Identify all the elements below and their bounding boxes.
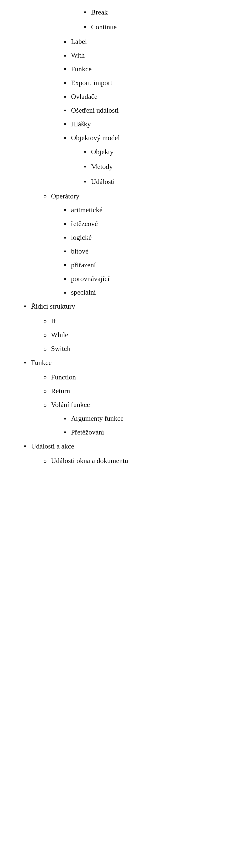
bullet-icon: • (80, 6, 90, 19)
bullet-icon: o (40, 331, 50, 339)
list-item-text: While (51, 331, 68, 339)
list-item: ▪Funkce (10, 62, 230, 76)
bullet-icon: ▪ (60, 218, 70, 229)
list-item: ▪Label (10, 35, 230, 48)
bullet-icon: o (40, 457, 50, 465)
list-item-text: Label (71, 38, 87, 45)
bullet-icon: • (20, 356, 30, 369)
list-item: •Události (10, 175, 230, 189)
list-item-text: Return (51, 387, 70, 395)
list-item: ▪Argumenty funkce (10, 411, 230, 425)
bullet-icon: ▪ (60, 119, 70, 130)
list-item: ▪Export, import (10, 76, 230, 90)
list-item: oOperátory (10, 189, 230, 203)
list-item-text: Ovladače (71, 93, 98, 100)
bullet-icon: ▪ (60, 287, 70, 298)
list-item: •Funkce (10, 355, 230, 370)
list-item-text: řetězcové (71, 220, 98, 227)
list-item-text: Metody (91, 163, 113, 171)
bullet-icon: ▪ (60, 413, 70, 424)
list-item-text: With (71, 52, 85, 59)
bullet-icon: ▪ (60, 205, 70, 216)
list-item: •Řídící struktury (10, 299, 230, 314)
list-item-text: Funkce (31, 359, 52, 366)
bullet-icon: ▪ (60, 78, 70, 89)
list-item: •Události a akce (10, 439, 230, 454)
bullet-icon: • (80, 176, 90, 188)
list-item: •Metody (10, 159, 230, 174)
list-item: •Break (10, 5, 230, 20)
bullet-icon: o (40, 344, 50, 353)
list-item: •Objekty (10, 145, 230, 159)
list-item: oVolání funkce (10, 398, 230, 411)
list-item-text: bitové (71, 247, 89, 255)
bullet-icon: • (80, 146, 90, 158)
list-item-text: Continue (91, 23, 117, 31)
bullet-icon: • (80, 160, 90, 173)
list-item: ▪Hlášky (10, 117, 230, 131)
bullet-icon: ▪ (60, 64, 70, 75)
bullet-icon: o (40, 400, 50, 409)
list-item-text: logické (71, 234, 92, 241)
list-item: oWhile (10, 328, 230, 342)
list-item-text: aritmetické (71, 206, 103, 214)
list-item-text: Objekty (91, 148, 113, 156)
bullet-icon: ▪ (60, 427, 70, 438)
bullet-icon: o (40, 387, 50, 396)
bullet-icon: o (40, 192, 50, 201)
list-item-text: Funkce (71, 65, 92, 73)
main-list: •Break•Continue▪Label▪With▪Funkce▪Export… (10, 5, 230, 468)
list-item: oUdálosti okna a dokumentu (10, 454, 230, 468)
bullet-icon: ▪ (60, 273, 70, 285)
bullet-icon: o (40, 317, 50, 326)
list-item: ▪Přetěžování (10, 425, 230, 439)
list-item-text: Události (91, 178, 115, 185)
list-item-text: Řídící struktury (31, 303, 75, 310)
bullet-icon: o (40, 373, 50, 382)
bullet-icon: ▪ (60, 132, 70, 144)
bullet-icon: ▪ (60, 36, 70, 48)
bullet-icon: ▪ (60, 50, 70, 61)
list-item: ▪logické (10, 230, 230, 244)
list-item-text: přiřazení (71, 261, 96, 269)
list-item: oIf (10, 314, 230, 328)
list-item-text: porovnávající (71, 275, 109, 283)
list-item-text: Switch (51, 345, 70, 352)
list-item-text: Operátory (51, 192, 79, 200)
list-item-text: Break (91, 8, 108, 16)
list-item: ▪speciální (10, 285, 230, 299)
list-item-text: Export, import (71, 79, 112, 87)
list-item: ▪With (10, 48, 230, 62)
bullet-icon: ▪ (60, 232, 70, 243)
list-item: oFunction (10, 370, 230, 384)
list-item-text: Objektový model (71, 134, 120, 142)
list-item-text: Přetěžování (71, 428, 104, 436)
list-item: ▪Objektový model (10, 131, 230, 145)
list-item: ▪řetězcové (10, 217, 230, 230)
bullet-icon: • (80, 21, 90, 34)
list-item: ▪přiřazení (10, 258, 230, 272)
list-item-text: If (51, 317, 56, 325)
list-item: oReturn (10, 384, 230, 398)
list-item-text: Události okna a dokumentu (51, 457, 128, 465)
list-item-text: Argumenty funkce (71, 414, 124, 422)
list-item: ▪bitové (10, 244, 230, 258)
list-item-text: Function (51, 373, 76, 381)
list-item-text: Volání funkce (51, 401, 90, 408)
list-item: ▪Ošetření události (10, 103, 230, 117)
list-item: oSwitch (10, 342, 230, 355)
bullet-icon: • (20, 440, 30, 453)
list-item-text: Ošetření události (71, 106, 119, 114)
list-item: •Continue (10, 20, 230, 35)
bullet-icon: ▪ (60, 259, 70, 271)
list-item: ▪porovnávající (10, 272, 230, 286)
list-item-text: Události a akce (31, 442, 74, 450)
bullet-icon: ▪ (60, 105, 70, 116)
bullet-icon: ▪ (60, 246, 70, 257)
bullet-icon: ▪ (60, 91, 70, 102)
list-item-text: speciální (71, 288, 96, 296)
list-item: ▪Ovladače (10, 90, 230, 103)
list-item: ▪aritmetické (10, 203, 230, 217)
bullet-icon: • (20, 300, 30, 313)
list-item-text: Hlášky (71, 120, 91, 128)
